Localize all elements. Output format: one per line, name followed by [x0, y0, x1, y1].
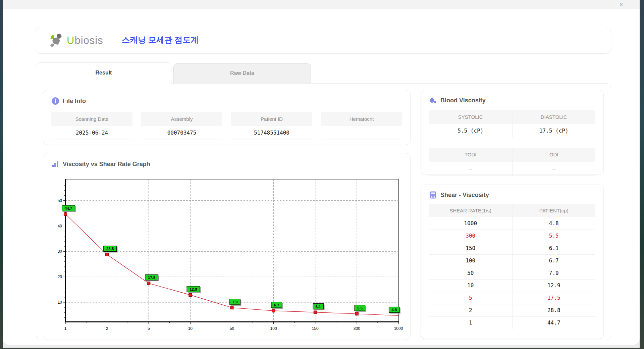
- patient-viscosity-cell: 6.1: [512, 242, 595, 254]
- x-tick-label: 1: [64, 326, 67, 331]
- viscosity-graph-card: Viscosity vs Shear Rate Graph 1020304050…: [43, 153, 411, 340]
- shear-rate-cell: 100: [429, 254, 512, 267]
- window-titlebar: ×: [3, 0, 640, 9]
- value-label-text: 4.8: [391, 308, 397, 312]
- x-tick-label: 50: [230, 326, 234, 331]
- field-label: Scanning Date: [51, 112, 132, 126]
- field-patient-id: Patient ID 51748551400: [231, 112, 312, 140]
- logo-rest: biosis: [74, 35, 103, 46]
- x-tick-label: 1000: [394, 326, 403, 331]
- shear-viscosity-row: 10004.8: [429, 217, 595, 230]
- result-tab-panel: File Info Scanning Date 2025-06-24 Assem…: [36, 83, 611, 340]
- shear-viscosity-table: SHEAR RATE(1/s) PATIENT(cp) 10004.83005.…: [429, 204, 595, 329]
- value-label-text: 7.9: [232, 300, 238, 304]
- value-label-text: 6.7: [274, 303, 279, 307]
- logo-letter-u: U: [67, 35, 74, 46]
- shear-viscosity-row: 1006.7: [429, 254, 595, 267]
- x-tick-label: 100: [270, 326, 277, 331]
- shear-viscosity-row: 507.9: [429, 267, 595, 279]
- diastolic-value: 17.5 (cP): [512, 124, 595, 138]
- y-tick-label: 50: [58, 198, 62, 203]
- graph-title: Viscosity vs Shear Rate Graph: [63, 161, 150, 168]
- data-point-marker: [106, 253, 109, 256]
- data-point-marker: [230, 306, 233, 309]
- app-title: 스캐닝 모세관 점도계: [122, 35, 199, 45]
- todi-header: TODI: [429, 148, 512, 162]
- y-tick-label: 40: [58, 224, 62, 229]
- patient-viscosity-cell: 6.7: [512, 254, 595, 267]
- todi-value: –: [429, 162, 512, 176]
- tab-result[interactable]: Result: [36, 62, 171, 84]
- x-tick-label: 10: [188, 326, 193, 331]
- x-tick-label: 300: [354, 326, 360, 331]
- field-label: Hematocrit: [321, 112, 402, 126]
- ubiosis-logo-text: Ubiosis: [67, 35, 103, 47]
- systolic-diastolic-table: SYSTOLIC DIASTOLIC 5.5 (cP) 17.5 (cP): [429, 110, 595, 138]
- diastolic-header: DIASTOLIC: [512, 110, 595, 124]
- field-scanning-date: Scanning Date 2025-06-24: [51, 112, 132, 140]
- ubiosis-logo: Ubiosis: [49, 32, 103, 49]
- file-info-fields: Scanning Date 2025-06-24 Assembly 000703…: [51, 112, 402, 140]
- tab-raw-data[interactable]: Raw Data: [173, 63, 311, 84]
- close-icon[interactable]: ×: [618, 1, 625, 8]
- x-tick-label: 5: [148, 326, 150, 331]
- shear-viscosity-row: 517.5: [429, 292, 595, 304]
- y-tick-label: 10: [58, 300, 62, 305]
- x-tick-label: 2: [106, 326, 108, 331]
- shear-rate-cell: 5: [429, 292, 512, 304]
- calculator-icon: [429, 191, 437, 199]
- field-value: 2025-06-24: [51, 126, 132, 140]
- y-tick-label: 30: [58, 249, 62, 254]
- y-tick-label: 20: [58, 275, 62, 279]
- shear-viscosity-card: Shear - Viscosity SHEAR RATE(1/s) PATIEN…: [421, 185, 604, 339]
- shear-rate-cell: 1000: [429, 217, 512, 230]
- field-value: [321, 126, 402, 140]
- shear-rate-cell: 2: [429, 304, 512, 316]
- patient-column-header: PATIENT(cp): [512, 204, 595, 217]
- value-label-text: 44.7: [65, 206, 72, 210]
- patient-viscosity-cell: 12.9: [512, 279, 595, 292]
- value-label-text: 12.9: [190, 287, 197, 291]
- field-label: Assembly: [141, 112, 222, 126]
- odi-value: –: [512, 162, 595, 176]
- shear-rate-cell: 50: [429, 267, 512, 279]
- field-hematocrit: Hematocrit: [321, 112, 402, 140]
- app-window: × Ubiosis 스캐닝 모세관 점도계 Result Raw Data: [3, 0, 640, 348]
- bar-chart-icon: [51, 160, 59, 168]
- shear-rate-column-header: SHEAR RATE(1/s): [429, 204, 512, 217]
- value-label-text: 28.8: [106, 247, 114, 251]
- value-label-text: 17.5: [148, 276, 156, 280]
- shear-viscosity-row: 3005.5: [429, 230, 595, 242]
- file-info-card: File Info Scanning Date 2025-06-24 Assem…: [43, 90, 411, 145]
- value-label-text: 6.1: [316, 305, 321, 309]
- shear-rate-cell: 1: [429, 316, 512, 329]
- patient-viscosity-cell: 7.9: [512, 267, 595, 279]
- field-value: 000703475: [141, 126, 222, 140]
- shear-rate-cell: 150: [429, 242, 512, 254]
- shear-viscosity-row: 144.7: [429, 316, 595, 329]
- patient-viscosity-cell: 4.8: [512, 217, 595, 230]
- ubiosis-logo-icon: [49, 33, 65, 49]
- patient-viscosity-cell: 17.5: [512, 292, 595, 304]
- data-point-marker: [147, 282, 150, 285]
- file-info-title: File Info: [63, 98, 86, 105]
- odi-header: ODI: [512, 148, 595, 162]
- patient-viscosity-cell: 28.8: [512, 304, 595, 316]
- data-point-marker: [64, 212, 67, 215]
- data-point-marker: [314, 311, 317, 314]
- patient-viscosity-cell: 5.5: [512, 230, 595, 242]
- shear-rate-cell: 10: [429, 279, 512, 292]
- data-point-marker: [272, 309, 275, 312]
- shear-viscosity-row: 1506.1: [429, 242, 595, 254]
- blood-viscosity-card: Blood Viscosity SYSTOLIC DIASTOLIC 5.5 (…: [421, 90, 604, 175]
- systolic-header: SYSTOLIC: [429, 110, 512, 124]
- header-card: Ubiosis 스캐닝 모세관 점도계: [35, 27, 611, 54]
- shear-rate-cell: 300: [429, 230, 512, 242]
- viscosity-shear-chart: 10203040501251050100150300100044.728.817…: [43, 175, 411, 335]
- droplets-icon: [429, 96, 437, 104]
- shear-viscosity-row: 1012.9: [429, 279, 595, 292]
- value-label-text: 5.5: [357, 306, 363, 310]
- app-surface: Ubiosis 스캐닝 모세관 점도계 Result Raw Data File…: [3, 9, 640, 345]
- field-assembly: Assembly 000703475: [141, 112, 222, 140]
- field-label: Patient ID: [231, 112, 312, 126]
